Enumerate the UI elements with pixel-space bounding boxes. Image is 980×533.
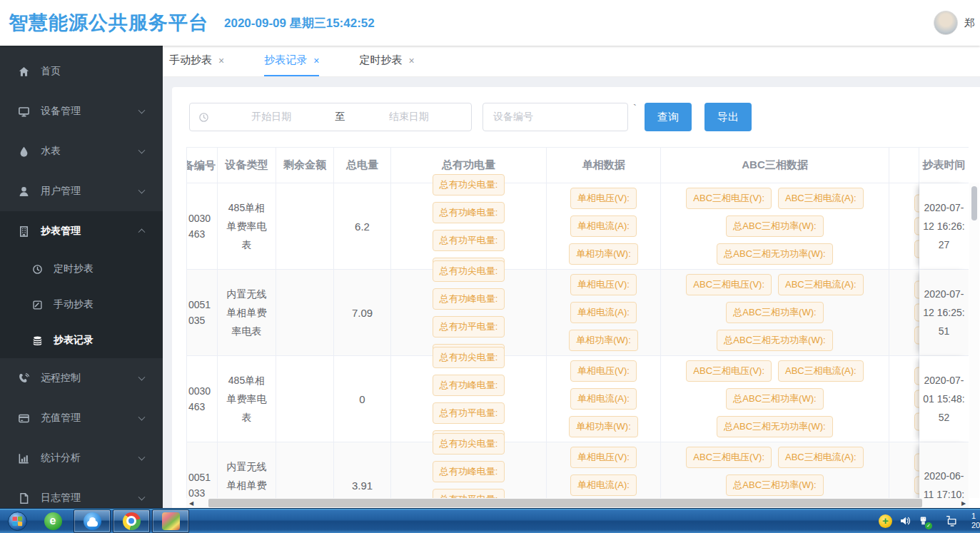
device-type-cell: 485单相 单费率电 表	[218, 356, 276, 442]
tab-定时抄表[interactable]: 定时抄表×	[359, 46, 414, 76]
date-range-input[interactable]: 开始日期 至 结束日期	[189, 103, 472, 131]
sidebar: 首页设备管理水表用户管理抄表管理定时抄表手动抄表抄表记录远程控制充值管理统计分析…	[0, 46, 163, 508]
sidebar-subitem-手动抄表[interactable]: 手动抄表	[0, 287, 163, 323]
taskbar-chrome[interactable]	[113, 509, 150, 533]
tab-手动抄表[interactable]: 手动抄表×	[169, 46, 224, 76]
balance-cell	[276, 442, 334, 498]
sidebar-item-统计分析[interactable]: 统计分析	[0, 438, 163, 478]
taskbar-photos[interactable]	[152, 509, 189, 533]
device-type-cell: 485单相 单费率电 表	[218, 183, 276, 270]
taskbar-browser-360[interactable]: e	[34, 509, 71, 533]
data-tag: 总有功峰电量:	[433, 288, 505, 310]
chevron-down-icon	[138, 494, 146, 501]
device-type-cell: 内置无线 单相单费 率电表	[218, 270, 276, 356]
active-energy-cell: 总有功尖电量:总有功峰电量:总有功平电量:总有功谷电量:	[391, 183, 547, 270]
tab-close-icon[interactable]: ×	[313, 55, 319, 66]
data-tag: 总有功峰电量:	[433, 375, 505, 396]
user-avatar[interactable]	[934, 11, 958, 35]
device-number-cell: 0051 033	[187, 442, 218, 498]
data-tag: 总有功峰电量:	[433, 461, 505, 482]
sidebar-item-label: 首页	[41, 65, 61, 78]
sidebar-item-抄表管理[interactable]: 抄表管理	[0, 211, 163, 251]
column-header-单相数据: 单相数据	[547, 148, 661, 183]
total-energy-cell: 7.09	[334, 270, 391, 356]
start-button[interactable]	[2, 509, 32, 533]
data-tag: 总有功平电量:	[433, 402, 505, 424]
sidebar-item-label: 充值管理	[41, 412, 81, 425]
data-tag: 总ABC三相无功功率(W):	[717, 416, 832, 437]
clipped-column-cell	[889, 356, 919, 442]
tab-close-icon[interactable]: ×	[218, 55, 224, 66]
tab-close-icon[interactable]: ×	[408, 55, 414, 66]
sidebar-item-用户管理[interactable]: 用户管理	[0, 171, 163, 211]
active-energy-cell: 总有功尖电量:总有功峰电量:总有功平电量:总有功谷电量:	[391, 356, 547, 442]
search-button[interactable]: 查询	[645, 103, 692, 131]
sidebar-item-label: 日志管理	[41, 492, 81, 504]
data-tag: 总ABC三相无功功率(W):	[717, 243, 832, 265]
total-energy-cell: 0	[334, 356, 391, 442]
chevron-down-icon	[138, 147, 146, 154]
active-energy-cell: 总有功尖电量:总有功峰电量:总有功平电量:总有功谷电量:	[391, 270, 547, 356]
total-energy-cell: 6.2	[334, 183, 391, 270]
scroll-right-arrow[interactable]: ▶	[959, 498, 969, 508]
tab-label: 手动抄表	[169, 54, 212, 67]
total-energy-cell: 3.91	[334, 442, 391, 498]
user-icon	[18, 186, 30, 198]
table-row: 0051 033内置无线 单相单费 率电表3.91总有功尖电量:总有功峰电量:总…	[187, 442, 969, 498]
vertical-scrollbar[interactable]	[969, 183, 979, 498]
active-energy-cell: 总有功尖电量:总有功峰电量:总有功平电量:总有功谷电量:	[391, 442, 547, 498]
user-menu[interactable]: 郑	[934, 0, 975, 46]
app-title: 智慧能源公共服务平台	[9, 10, 208, 36]
export-button[interactable]: 导出	[704, 103, 752, 131]
column-header-设备类型: 设备类型	[218, 148, 276, 183]
volume-icon[interactable]	[899, 515, 911, 527]
taskbar-browser-qq[interactable]	[74, 509, 111, 533]
taskbar-clock[interactable]: 1 20	[971, 512, 980, 530]
horizontal-scrollbar[interactable]: ◀ ▶	[186, 498, 969, 508]
single-phase-cell: 单相电压(V):单相电流(A):单相功率(W):	[547, 442, 661, 498]
sidebar-item-设备管理[interactable]: 设备管理	[0, 91, 163, 131]
clipped-column-cell	[889, 183, 919, 270]
horizontal-scrollbar-thumb[interactable]	[208, 499, 922, 507]
vertical-scrollbar-thumb[interactable]	[971, 186, 977, 220]
scroll-left-arrow[interactable]: ◀	[186, 498, 196, 508]
table-row: 0051 035内置无线 单相单费 率电表7.09总有功尖电量:总有功峰电量:总…	[187, 270, 969, 356]
data-tag: 单相功率(W):	[569, 416, 638, 437]
tag-group: 单相电压(V):单相电流(A):单相功率(W):	[563, 447, 644, 498]
sidebar-item-远程控制[interactable]: 远程控制	[0, 358, 163, 398]
end-date-placeholder[interactable]: 结束日期	[347, 111, 472, 123]
header-datetime: 2020-09-09 星期三15:42:52	[224, 15, 375, 31]
sidebar-item-首页[interactable]: 首页	[0, 51, 163, 91]
card-icon	[18, 412, 30, 425]
sidebar-item-水表[interactable]: 水表	[0, 131, 163, 171]
data-tag: 单相电压(V):	[570, 188, 637, 209]
tab-抄表记录[interactable]: 抄表记录×	[264, 46, 319, 76]
data-tag: 单相电流(A):	[570, 388, 637, 410]
sidebar-item-充值管理[interactable]: 充值管理	[0, 398, 163, 438]
data-tag: ABC三相电流(A):	[778, 274, 864, 295]
sidebar-subitem-抄表记录[interactable]: 抄表记录	[0, 323, 163, 358]
usb-device-icon[interactable]: ✓	[917, 515, 929, 527]
table-scroll-area: 设备编号设备类型剩余金额总电量总有功电量单相数据ABC三相数据抄表时间0030 …	[186, 147, 969, 498]
abc-phase-cell: ABC三相电压(V):ABC三相电流(A):总ABC三相功率(W):总ABC三相…	[661, 270, 889, 356]
network-icon[interactable]	[945, 515, 957, 527]
sidebar-subitem-label: 抄表记录	[54, 334, 94, 347]
data-tag: 总ABC三相功率(W):	[726, 215, 823, 237]
chevron-down-icon	[138, 454, 146, 461]
check-badge-icon: ✓	[925, 522, 932, 529]
read-time-cell: 2020-07-12 16:26:27	[919, 183, 969, 270]
data-tag: ABC三相电压(V):	[686, 447, 772, 468]
data-tag: 总有功峰电量:	[433, 202, 505, 223]
data-tag: 单相电压(V):	[570, 447, 637, 468]
device-number-input[interactable]: 设备编号	[483, 103, 628, 131]
data-tag: 总有功平电量:	[433, 230, 505, 251]
antivirus-shield-icon[interactable]	[879, 514, 892, 528]
start-date-placeholder[interactable]: 开始日期	[209, 111, 334, 123]
device-number-cell: 0051 035	[187, 270, 218, 356]
clock-icon	[32, 264, 43, 275]
tag-group: 单相电压(V):单相电流(A):单相功率(W):	[563, 360, 644, 437]
user-name[interactable]: 郑	[964, 16, 975, 30]
balance-cell	[276, 183, 334, 270]
sidebar-subitem-定时抄表[interactable]: 定时抄表	[0, 251, 163, 287]
home-icon	[18, 66, 30, 78]
